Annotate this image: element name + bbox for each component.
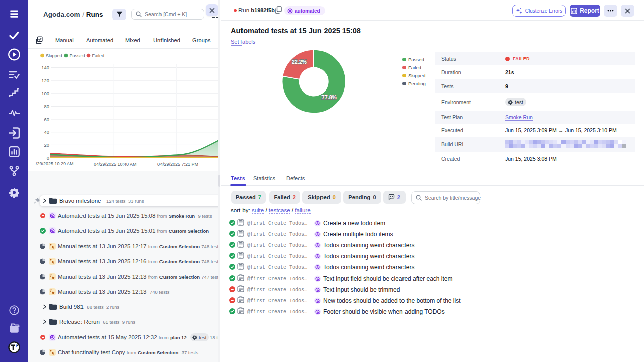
svg-text:0: 0 [47, 155, 49, 161]
svg-text:20: 20 [44, 142, 49, 148]
svg-text:80: 80 [44, 104, 49, 109]
svg-text:120: 120 [41, 78, 49, 83]
svg-text:Skipped: Skipped [46, 53, 62, 58]
svg-text:Passed: Passed [70, 53, 85, 58]
svg-text:22.2%: 22.2% [292, 59, 307, 65]
svg-text:100: 100 [41, 90, 49, 96]
svg-text:140: 140 [41, 65, 49, 70]
svg-text:77.8%: 77.8% [321, 94, 337, 100]
svg-text:04/29/2025 7:21 PM: 04/29/2025 7:21 PM [157, 162, 198, 167]
svg-text:Failed: Failed [92, 53, 105, 58]
svg-text:60: 60 [44, 117, 49, 122]
svg-text:04/29/2025 10:40 AM: 04/29/2025 10:40 AM [94, 162, 137, 167]
svg-text:/29/2025 10:29 AM: /29/2025 10:29 AM [36, 161, 74, 166]
svg-text:40: 40 [44, 129, 49, 135]
